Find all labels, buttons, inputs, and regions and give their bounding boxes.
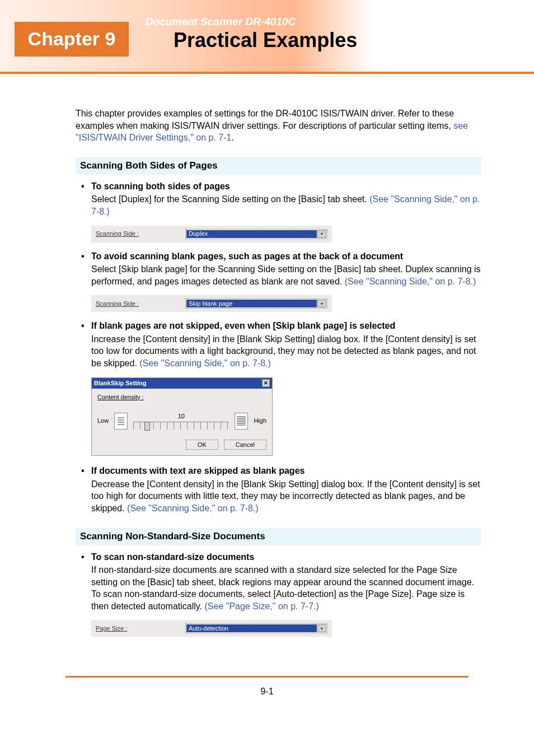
list-item: To scanning both sides of pages Select [… — [83, 180, 481, 218]
list-item: To scan non-standard-size documents If n… — [83, 551, 481, 613]
page-number: 9-1 — [260, 687, 273, 696]
blank-skip-setting-dialog: BlankSkip Setting ✕ Content density : Lo… — [91, 377, 273, 456]
item-title: To scanning both sides of pages — [91, 180, 481, 193]
page-header: Document Scanner DR-4010C Chapter 9 Prac… — [0, 0, 534, 74]
item-link[interactable]: (See "Scanning Side," on p. 7-8.) — [139, 358, 271, 368]
dialog-titlebar: BlankSkip Setting ✕ — [92, 378, 272, 389]
low-label: Low — [97, 417, 109, 425]
low-density-thumbnail-icon — [114, 413, 128, 430]
chevron-down-icon[interactable]: ▼ — [317, 624, 326, 632]
high-label: High — [254, 417, 266, 425]
dropdown-value: Auto-detection — [186, 624, 317, 632]
item-body: Select [Duplex] for the Scanning Side se… — [91, 193, 481, 217]
item-title: To scan non-standard-size documents — [91, 551, 481, 563]
chevron-down-icon[interactable]: ▼ — [317, 230, 326, 238]
section-heading-non-standard-size: Scanning Non-Standard-Size Documents — [76, 528, 481, 545]
item-title: To avoid scanning blank pages, such as p… — [91, 250, 481, 263]
item-body: If non-standard-size documents are scann… — [91, 564, 481, 612]
section-heading-scanning-both-sides: Scanning Both Sides of Pages — [76, 157, 481, 175]
item-title: If documents with text are skipped as bl… — [91, 465, 481, 477]
dropdown-value: Duplex — [186, 230, 317, 238]
list-item: To avoid scanning blank pages, such as p… — [83, 250, 481, 288]
page-footer: 9-1 — [65, 676, 469, 698]
dropdown[interactable]: Skip blank page ▼ — [185, 298, 327, 309]
dropdown-value: Skip blank page — [186, 300, 317, 307]
field-label: Scanning Side : — [96, 300, 180, 308]
cancel-button[interactable]: Cancel — [224, 440, 266, 450]
dropdown[interactable]: Auto-detection ▼ — [185, 623, 327, 633]
ok-button[interactable]: OK — [186, 440, 218, 450]
density-slider[interactable]: 10 — [133, 412, 229, 430]
slider-track[interactable] — [133, 422, 229, 430]
scanning-side-selector-duplex: Scanning Side : Duplex ▼ — [91, 226, 332, 242]
list-item: If blank pages are not skipped, even whe… — [83, 320, 481, 369]
item-body-text: Select [Duplex] for the Scanning Side se… — [91, 194, 369, 204]
chapter-title: Practical Examples — [174, 27, 357, 54]
high-density-thumbnail-icon — [235, 413, 248, 430]
field-label: Page Size : — [96, 624, 180, 633]
slider-handle[interactable] — [144, 422, 150, 431]
item-body: Increase the [Content density] in the [B… — [91, 333, 481, 370]
page-content: This chapter provides examples of settin… — [0, 74, 534, 637]
item-link[interactable]: (See "Page Size," on p. 7-7.) — [205, 601, 319, 611]
intro-text-end: . — [231, 133, 233, 142]
slider-value: 10 — [133, 412, 229, 421]
intro-paragraph: This chapter provides examples of settin… — [76, 108, 481, 144]
dropdown[interactable]: Duplex ▼ — [185, 229, 327, 239]
item-link[interactable]: (See "Scanning Side," on p. 7-8.) — [345, 277, 476, 286]
item-link[interactable]: (See "Scanning Side," on p. 7-8.) — [127, 503, 259, 513]
chevron-down-icon[interactable]: ▼ — [317, 300, 326, 307]
close-icon[interactable]: ✕ — [262, 379, 270, 387]
intro-text: This chapter provides examples of settin… — [76, 109, 454, 130]
dialog-title: BlankSkip Setting — [94, 379, 147, 388]
item-title: If blank pages are not skipped, even whe… — [91, 320, 481, 332]
page-size-selector: Page Size : Auto-detection ▼ — [91, 620, 332, 637]
item-body: Select [Skip blank page] for the Scannin… — [91, 263, 481, 287]
chapter-number-box: Chapter 9 — [15, 22, 129, 57]
list-item: If documents with text are skipped as bl… — [83, 465, 481, 514]
scanning-side-selector-skip-blank: Scanning Side : Skip blank page ▼ — [91, 295, 332, 312]
field-label: Scanning Side : — [96, 230, 180, 238]
content-density-label: Content density : — [97, 393, 266, 402]
item-body: Decrease the [Content density] in the [B… — [91, 478, 481, 515]
